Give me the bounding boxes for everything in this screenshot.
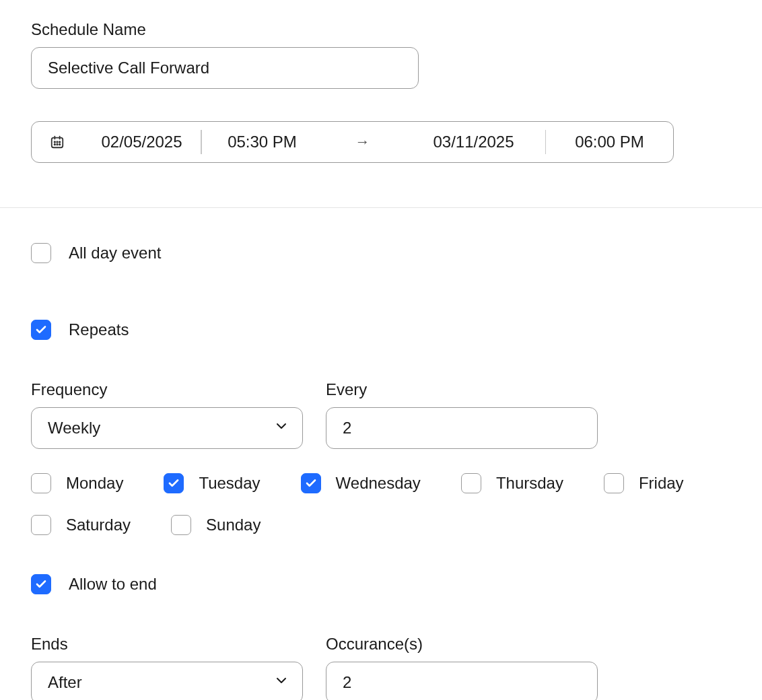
day-checkbox-wednesday[interactable] xyxy=(301,473,321,493)
end-time-field[interactable]: 06:00 PM xyxy=(546,133,673,151)
all-day-label: All day event xyxy=(69,244,161,262)
frequency-label: Frequency xyxy=(31,380,303,399)
schedule-name-input[interactable] xyxy=(31,47,419,89)
all-day-checkbox[interactable] xyxy=(31,243,51,263)
end-date-field[interactable]: 03/11/2025 xyxy=(403,133,545,151)
allow-end-checkbox[interactable] xyxy=(31,574,51,594)
day-checkbox-monday[interactable] xyxy=(31,473,51,493)
day-label-wednesday: Wednesday xyxy=(336,474,421,493)
arrow-right-icon: → xyxy=(323,133,403,151)
ends-label: Ends xyxy=(31,635,303,654)
svg-point-5 xyxy=(59,141,60,142)
calendar-icon xyxy=(32,135,83,149)
svg-point-8 xyxy=(59,144,60,145)
occurrence-input[interactable] xyxy=(326,662,598,700)
repeats-row: Repeats xyxy=(31,320,731,340)
section-divider xyxy=(0,207,762,208)
frequency-every-row: Frequency Weekly Every xyxy=(31,380,731,449)
frequency-select[interactable]: Weekly xyxy=(31,407,303,449)
schedule-name-label: Schedule Name xyxy=(31,20,731,39)
ends-occurrence-row: Ends After Occurance(s) xyxy=(31,635,731,700)
repeats-checkbox[interactable] xyxy=(31,320,51,340)
day-label-friday: Friday xyxy=(639,474,684,493)
day-label-monday: Monday xyxy=(66,474,123,493)
every-input[interactable] xyxy=(326,407,598,449)
day-checkbox-friday[interactable] xyxy=(604,473,624,493)
svg-point-6 xyxy=(55,144,55,145)
day-checkbox-thursday[interactable] xyxy=(461,473,481,493)
day-label-tuesday: Tuesday xyxy=(199,474,260,493)
repeats-label: Repeats xyxy=(69,320,129,339)
schedule-name-section: Schedule Name 02/05/2025 05:30 PM → 03/1… xyxy=(0,20,762,163)
start-time-field[interactable]: 05:30 PM xyxy=(202,133,323,151)
day-checkbox-saturday[interactable] xyxy=(31,515,51,535)
svg-point-7 xyxy=(57,144,57,145)
svg-point-3 xyxy=(55,141,55,142)
start-date-field[interactable]: 02/05/2025 xyxy=(83,133,201,151)
svg-point-4 xyxy=(57,141,57,142)
allow-end-row: Allow to end xyxy=(31,574,731,594)
day-label-saturday: Saturday xyxy=(66,516,131,534)
day-label-thursday: Thursday xyxy=(496,474,563,493)
all-day-row: All day event xyxy=(31,243,731,263)
occurrence-label: Occurance(s) xyxy=(326,635,598,654)
days-of-week: Monday Tuesday Wednesday Thursday Friday xyxy=(31,473,731,535)
day-checkbox-tuesday[interactable] xyxy=(164,473,184,493)
day-checkbox-sunday[interactable] xyxy=(171,515,191,535)
every-label: Every xyxy=(326,380,598,399)
allow-end-label: Allow to end xyxy=(69,575,157,594)
day-label-sunday: Sunday xyxy=(206,516,261,534)
ends-select[interactable]: After xyxy=(31,662,303,700)
datetime-range-picker[interactable]: 02/05/2025 05:30 PM → 03/11/2025 06:00 P… xyxy=(31,121,674,163)
